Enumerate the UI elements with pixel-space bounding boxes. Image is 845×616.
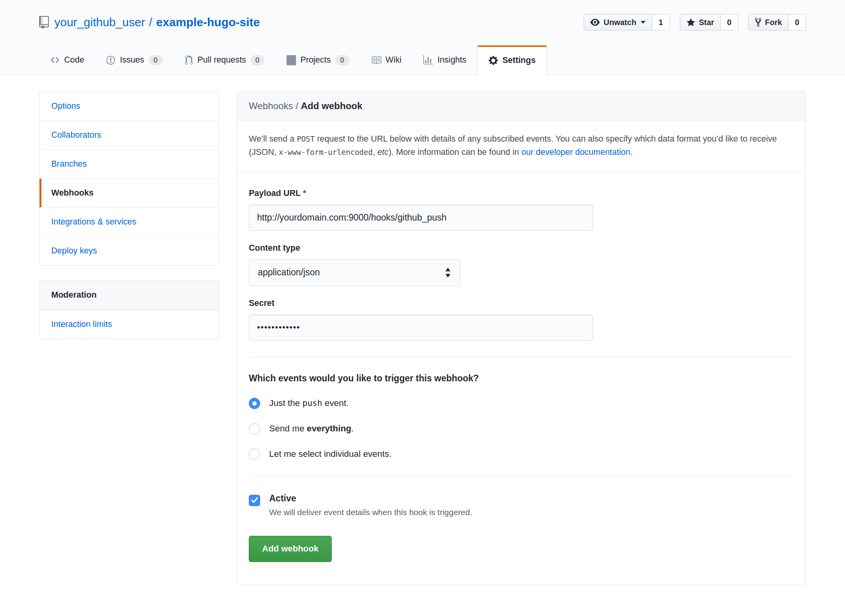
repo-nav: Code Issues 0 Pull requests 0 Projects 0…: [39, 45, 806, 75]
fork-label: Fork: [765, 18, 782, 27]
breadcrumb-current: Add webhook: [301, 101, 362, 111]
unwatch-button[interactable]: Unwatch: [584, 14, 652, 31]
radio-label: Just the push event.: [269, 398, 349, 408]
repo-name-link[interactable]: example-hugo-site: [156, 16, 260, 29]
repo-pagehead: your_github_user / example-hugo-site Unw…: [0, 0, 845, 75]
radio-label: Let me select individual events.: [269, 449, 392, 459]
eye-icon: [590, 18, 600, 27]
sidebar-item-collaborators[interactable]: Collaborators: [40, 120, 219, 149]
sidebar-gap: [39, 266, 219, 280]
secret-input[interactable]: [249, 314, 593, 341]
tab-code[interactable]: Code: [39, 45, 95, 75]
sidebar-item-integrations-services[interactable]: Integrations & services: [40, 207, 219, 236]
payload-url-label: Payload URL *: [249, 189, 794, 198]
tab-label: Pull requests: [198, 55, 246, 65]
caret-down-icon: [641, 21, 645, 24]
settings-menu: Options Collaborators Branches Webhooks …: [39, 92, 219, 266]
add-webhook-panel: Webhooks / Add webhook We’ll send a POST…: [237, 92, 806, 585]
tab-pull-requests[interactable]: Pull requests 0: [174, 45, 275, 75]
repo-actions: Unwatch 1 Star 0 Fork: [584, 14, 806, 31]
etc-italic-text: etc: [378, 147, 389, 157]
post-code-text: POST: [297, 135, 315, 143]
radio-unselected[interactable]: [249, 423, 260, 435]
secret-label: Secret: [249, 298, 794, 308]
content-type-selected-value: application/json: [258, 267, 320, 278]
moderation-header: Moderation: [40, 281, 219, 310]
repo-forked-icon: [755, 17, 761, 27]
required-asterisk: *: [303, 189, 306, 198]
tab-label: Code: [64, 55, 84, 65]
sidebar-item-branches[interactable]: Branches: [40, 149, 219, 178]
webhook-form: Payload URL * Content type application/j…: [237, 173, 805, 585]
unwatch-label: Unwatch: [604, 18, 636, 27]
developer-documentation-link[interactable]: our developer documentation: [521, 147, 631, 157]
breadcrumb: Webhooks / Add webhook: [237, 92, 805, 120]
repo-title: your_github_user / example-hugo-site: [39, 16, 260, 29]
watchers-count[interactable]: 1: [652, 14, 669, 31]
active-help-text: We will deliver event details when this …: [269, 508, 472, 517]
tab-label: Settings: [502, 56, 536, 65]
repo-icon: [39, 16, 49, 29]
repo-owner-link[interactable]: your_github_user: [54, 16, 145, 29]
graph-icon: [423, 55, 433, 65]
active-setting: Active We will deliver event details whe…: [249, 493, 794, 517]
forks-count[interactable]: 0: [789, 14, 806, 31]
radio-selected[interactable]: [249, 398, 260, 409]
tab-label: Insights: [437, 55, 466, 65]
content-type-label: Content type: [249, 243, 794, 253]
fork-button[interactable]: Fork: [748, 14, 789, 31]
tab-label: Wiki: [386, 55, 402, 65]
moderation-menu: Moderation Interaction limits: [39, 280, 219, 339]
star-button[interactable]: Star: [680, 14, 721, 31]
sidebar-item-webhooks[interactable]: Webhooks: [40, 178, 219, 207]
repo-path-separator: /: [149, 16, 152, 29]
event-option-just-push[interactable]: Just the push event.: [249, 398, 794, 409]
issue-opened-icon: [106, 55, 115, 65]
sidebar-item-interaction-limits[interactable]: Interaction limits: [40, 310, 219, 339]
gear-icon: [489, 55, 498, 66]
tab-insights[interactable]: Insights: [412, 45, 477, 75]
tab-projects[interactable]: Projects 0: [275, 45, 360, 75]
tab-issues[interactable]: Issues 0: [95, 45, 173, 75]
tab-wiki[interactable]: Wiki: [360, 45, 413, 75]
description-text: ,: [373, 147, 378, 157]
sidebar-item-options[interactable]: Options: [40, 92, 219, 120]
description-text: .: [630, 147, 633, 157]
divider: [249, 476, 794, 477]
watch-button-group: Unwatch 1: [584, 14, 669, 31]
breadcrumb-webhooks-link[interactable]: Webhooks: [249, 101, 293, 111]
active-checkbox[interactable]: [249, 495, 260, 506]
star-label: Star: [699, 18, 714, 27]
payload-url-label-text: Payload URL: [249, 189, 300, 198]
select-arrows-icon: [445, 268, 451, 278]
tab-label: Projects: [300, 55, 331, 65]
radio-unselected[interactable]: [249, 449, 260, 460]
pull-requests-counter: 0: [250, 55, 264, 65]
urlencoded-code-text: x-www-form-urlencoded: [279, 148, 372, 156]
projects-counter: 0: [335, 55, 349, 65]
description-text: We’ll send a: [249, 134, 297, 144]
content-type-select[interactable]: application/json: [249, 259, 460, 286]
divider: [249, 357, 794, 357]
book-icon: [371, 55, 381, 65]
settings-sidebar: Options Collaborators Branches Webhooks …: [39, 92, 219, 339]
project-icon: [286, 55, 296, 65]
check-icon: [251, 497, 258, 503]
issues-counter: 0: [149, 55, 163, 65]
tab-label: Issues: [120, 55, 144, 65]
sidebar-item-deploy-keys[interactable]: Deploy keys: [40, 236, 219, 265]
radio-label: Send me everything.: [269, 424, 354, 434]
event-option-everything[interactable]: Send me everything.: [249, 423, 794, 435]
payload-url-input[interactable]: [249, 205, 593, 231]
add-webhook-button[interactable]: Add webhook: [249, 536, 332, 562]
stargazers-count[interactable]: 0: [721, 14, 738, 31]
event-option-individual[interactable]: Let me select individual events.: [249, 449, 794, 460]
star-icon: [687, 18, 695, 27]
tab-settings[interactable]: Settings: [477, 45, 547, 75]
git-pull-request-icon: [185, 55, 193, 65]
webhook-description: We’ll send a POST request to the URL bel…: [237, 120, 805, 173]
fork-button-group: Fork 0: [748, 14, 806, 31]
star-button-group: Star 0: [680, 14, 738, 31]
active-label[interactable]: Active: [269, 493, 472, 504]
description-text: ). More information can be found in: [388, 147, 521, 157]
